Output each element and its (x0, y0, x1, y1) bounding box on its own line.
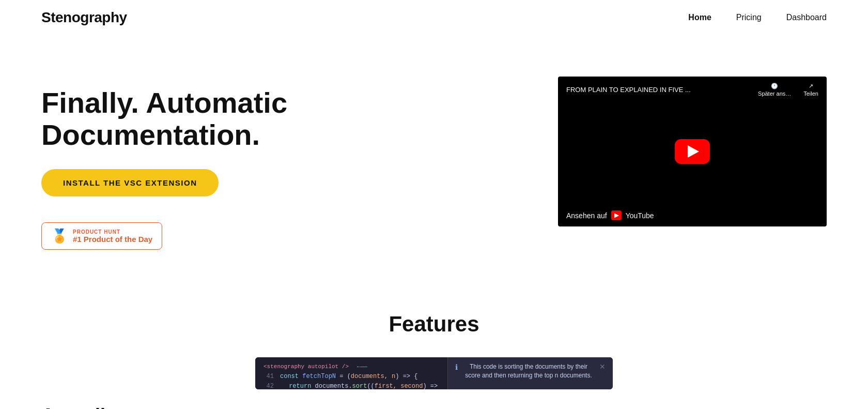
navbar: Stenography Home Pricing Dashboard (0, 0, 868, 35)
line-num-42: 42 (264, 382, 274, 389)
hero-section: Finally. Automatic Documentation. INSTAL… (0, 35, 868, 281)
hero-video: FROM PLAIN TO EXPLAINED IN FIVE ... 🕐 Sp… (558, 77, 827, 226)
line-num-41: 41 (264, 372, 274, 382)
doc-text: This code is sorting the documents by th… (462, 362, 595, 380)
logo[interactable]: Stenography (41, 9, 127, 26)
ph-product: #1 Product of the Day (73, 235, 152, 244)
code-line-42: 42 return documents.sort((first, second)… (264, 382, 439, 389)
share-icon: ↗ (809, 83, 813, 89)
share-label: Teilen (803, 90, 818, 97)
nav-home[interactable]: Home (688, 13, 711, 22)
medal-icon: 🏅 (51, 228, 68, 244)
youtube-label: YouTube (626, 211, 654, 220)
share-action[interactable]: ↗ Teilen (803, 83, 818, 97)
video-actions: 🕐 Später ans… ↗ Teilen (758, 83, 818, 97)
nav-links: Home Pricing Dashboard (688, 13, 827, 22)
product-hunt-badge[interactable]: 🏅 PRODUCT HUNT #1 Product of the Day (41, 222, 162, 250)
video-topbar: FROM PLAIN TO EXPLAINED IN FIVE ... 🕐 Sp… (558, 77, 827, 103)
install-button[interactable]: INSTALL THE VSC EXTENSION (41, 169, 219, 196)
code-line-tag: <stenography autopilot /> ←—— (264, 362, 439, 372)
watch-on-label: Ansehen auf (566, 211, 607, 220)
video-bottom-bar: Ansehen auf ▶ YouTube (558, 204, 827, 226)
hero-left: Finally. Automatic Documentation. INSTAL… (41, 77, 393, 250)
watch-later-label: Später ans… (758, 90, 791, 97)
nav-pricing[interactable]: Pricing (736, 13, 762, 22)
stenography-tag: <stenography autopilot /> (264, 362, 349, 372)
doc-panel: ℹ This code is sorting the documents by … (447, 357, 613, 389)
features-title: Features (41, 312, 827, 337)
close-doc-button[interactable]: ✕ (599, 362, 606, 371)
video-title: FROM PLAIN TO EXPLAINED IN FIVE ... (566, 86, 758, 94)
doc-header: ℹ This code is sorting the documents by … (455, 362, 606, 380)
youtube-icon: ▶ (611, 210, 622, 220)
ph-label: PRODUCT HUNT (73, 229, 152, 235)
watch-later-action[interactable]: 🕐 Später ans… (758, 83, 791, 97)
arrow-indicator: ←—— (357, 362, 367, 372)
autopilot-label: Autopilot (0, 389, 868, 409)
video-container[interactable]: FROM PLAIN TO EXPLAINED IN FIVE ... 🕐 Sp… (558, 77, 827, 226)
nav-dashboard[interactable]: Dashboard (786, 13, 827, 22)
info-icon: ℹ (455, 363, 458, 371)
clock-icon: 🕐 (771, 83, 778, 89)
code-panel: <stenography autopilot /> ←—— 41 const f… (255, 357, 447, 389)
ph-text: PRODUCT HUNT #1 Product of the Day (73, 229, 152, 244)
video-play-center (675, 139, 710, 164)
features-screenshot: <stenography autopilot /> ←—— 41 const f… (255, 357, 613, 389)
play-button[interactable] (675, 139, 710, 164)
features-section: Features <stenography autopilot /> ←—— 4… (0, 281, 868, 389)
hero-title: Finally. Automatic Documentation. (41, 87, 393, 150)
code-line-41: 41 const fetchTopN = (documents, n) => { (264, 372, 439, 382)
code-content-41: const fetchTopN = (documents, n) => { (280, 372, 417, 382)
code-content-42: return documents.sort((first, second) =>… (280, 382, 439, 389)
youtube-logo-area: Ansehen auf ▶ YouTube (566, 210, 654, 220)
